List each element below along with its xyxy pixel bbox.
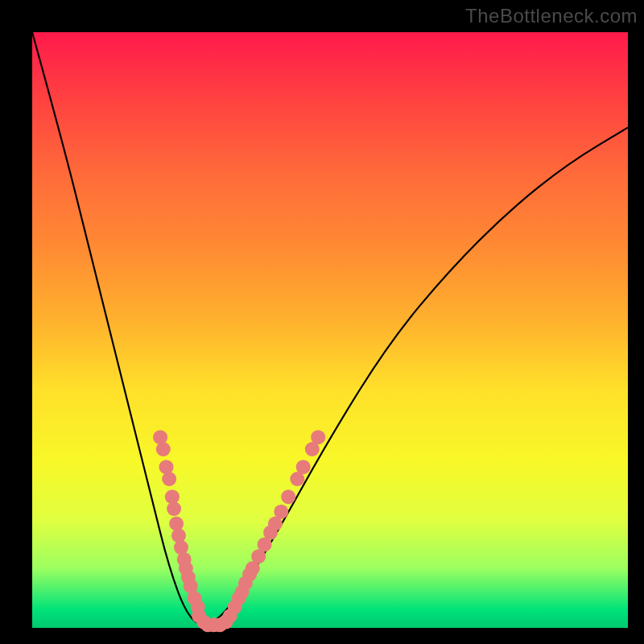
marker-cluster <box>153 430 325 632</box>
watermark-text: TheBottleneck.com <box>465 5 638 27</box>
marker-dot <box>281 489 295 504</box>
marker-dot <box>311 430 325 444</box>
marker-dot <box>162 472 176 486</box>
bottleneck-curve <box>32 32 628 625</box>
chart-frame: TheBottleneck.com <box>0 0 644 644</box>
plot-area <box>32 32 628 628</box>
marker-dot <box>296 460 311 474</box>
marker-dot <box>274 505 288 519</box>
marker-dot <box>156 442 171 456</box>
marker-dot <box>171 528 186 543</box>
marker-dot <box>167 502 181 516</box>
curve-svg <box>32 32 628 628</box>
